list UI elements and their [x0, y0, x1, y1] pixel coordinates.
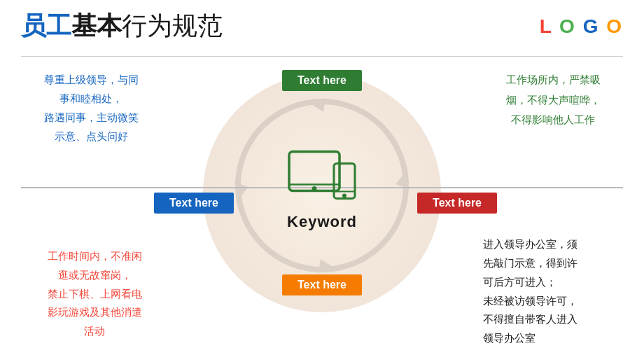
header: 员工基本行为规范 L O G O [0, 0, 644, 53]
tag-left-label: Text here [154, 193, 234, 214]
tag-right[interactable]: Text here [417, 193, 497, 214]
svg-point-6 [312, 186, 317, 190]
logo-o2: O [606, 15, 623, 37]
tag-right-label: Text here [417, 193, 497, 214]
title-char-2: 基本 [71, 11, 122, 40]
text-bottom-left-content: 工作时间内，不准闲逛或无故窜岗，禁止下棋、上网看电影玩游戏及其他消遣活动 [48, 251, 142, 337]
text-top-left-content: 尊重上级领导，与同事和睦相处，路遇同事，主动微笑示意、点头问好 [44, 74, 139, 142]
page-title: 员工基本行为规范 [21, 9, 223, 43]
svg-rect-7 [334, 163, 355, 198]
text-bottom-right-content: 进入领导办公室，须先敲门示意，得到许可后方可进入；未经被访领导许可，不得擅自带客… [483, 239, 578, 344]
tag-top[interactable]: Text here [282, 70, 362, 91]
text-block-bottom-left: 工作时间内，不准闲逛或无故窜岗，禁止下棋、上网看电影玩游戏及其他消遣活动 [21, 247, 168, 341]
text-block-bottom-right: 进入领导办公室，须先敲门示意，得到许可后方可进入；未经被访领导许可，不得擅自带客… [483, 235, 623, 348]
tag-top-label: Text here [282, 70, 362, 91]
tag-bottom-label: Text here [282, 274, 362, 295]
logo: L O G O [540, 15, 623, 38]
tag-left[interactable]: Text here [154, 193, 234, 214]
keyword-label: Keyword [287, 213, 357, 231]
logo-g: G [583, 15, 600, 37]
text-block-top-right: 工作场所内，严禁吸烟，不得大声喧哗，不得影响他人工作 [483, 70, 623, 130]
logo-l: L [540, 15, 553, 37]
logo-o1: O [559, 15, 576, 37]
tag-bottom[interactable]: Text here [282, 274, 362, 295]
text-block-top-left: 尊重上级领导，与同事和睦相处，路遇同事，主动微笑示意、点头问好 [21, 70, 161, 146]
title-char-3: 行为规范 [122, 11, 223, 40]
text-top-right-content: 工作场所内，严禁吸烟，不得大声喧哗，不得影响他人工作 [506, 74, 601, 125]
center-device-area: Keyword [284, 148, 360, 231]
svg-point-9 [342, 193, 346, 197]
header-divider [21, 56, 623, 57]
title-char-1: 员工 [21, 11, 71, 40]
device-icon [284, 148, 360, 207]
